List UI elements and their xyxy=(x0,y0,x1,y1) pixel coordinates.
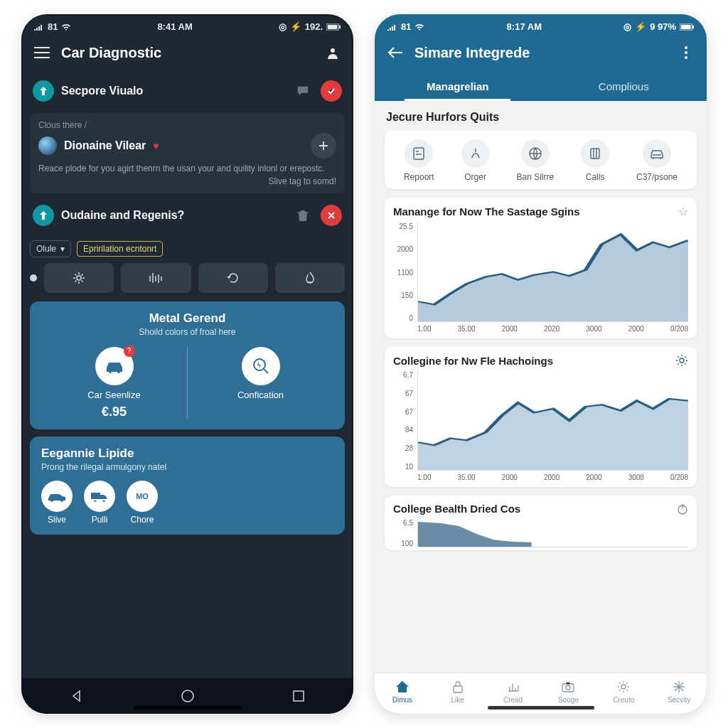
signal-icon xyxy=(387,23,397,31)
indicator-dot xyxy=(30,274,37,282)
chevron-down-icon: ▾ xyxy=(60,244,65,254)
close-icon[interactable] xyxy=(321,205,342,226)
col2-label: Confication xyxy=(237,390,284,400)
svg-point-14 xyxy=(680,358,684,363)
chat-mo-icon: MO xyxy=(127,481,158,512)
profile-card: Clous there / Dionaine Vilear ♥ Reace pl… xyxy=(30,113,345,193)
svg-point-18 xyxy=(566,685,570,690)
chart-card-1[interactable]: Manange for Now The Sastage Sgins ☆ 25.5… xyxy=(385,198,697,338)
menu-icon[interactable] xyxy=(31,42,53,63)
profile-desc: Reace plode for you agirt thenrn the usa… xyxy=(38,163,336,175)
report-icon xyxy=(405,139,433,168)
tab-complious[interactable]: Complious xyxy=(541,73,707,101)
tab-bar: Managrelian Complious xyxy=(375,73,707,101)
signal-icon xyxy=(34,23,44,31)
chat-icon[interactable] xyxy=(292,80,314,102)
tool-gear-icon[interactable] xyxy=(44,263,114,293)
arrow-up-icon xyxy=(33,80,54,102)
filter-row: Olule ▾ Epririlation ecntonrt xyxy=(30,240,345,257)
nav-back-icon[interactable] xyxy=(70,690,83,702)
bn-dimus[interactable]: Dimus xyxy=(375,679,430,704)
chart2-title: Collegine for Nw Fle Hachoings xyxy=(393,355,553,367)
avatar[interactable] xyxy=(38,136,57,155)
phone-light: 81 8:17 AM ◎ ⚡ 9 97% Simare Integrede xyxy=(375,14,707,714)
truck-icon xyxy=(84,481,115,512)
lipide-item-1[interactable]: Slive xyxy=(41,481,73,525)
lipide-item-2[interactable]: Pulli xyxy=(84,481,115,525)
content-area: Jecure Hurfors Quits Repoort Orger Ban S… xyxy=(375,101,707,673)
chip-filter[interactable]: Epririlation ecntonrt xyxy=(77,241,163,257)
profile-desc2: Slive tag to somd! xyxy=(38,176,336,186)
metal-col-1[interactable]: ? Car Seenlize €.95 xyxy=(41,347,187,419)
list-row-1[interactable]: Secpore Viualo xyxy=(30,73,345,109)
status-time: 8:41 AM xyxy=(157,21,192,32)
list-row-2[interactable]: Oudaine and Regenis? xyxy=(30,198,345,233)
metal-col-2[interactable]: Confication xyxy=(187,347,333,419)
chart-card-3[interactable]: College Bealth Dried Cos 6.5 100 xyxy=(385,496,697,550)
svg-point-4 xyxy=(77,276,81,280)
select-dropdown[interactable]: Olule ▾ xyxy=(30,240,71,257)
action-calls[interactable]: Calls xyxy=(581,139,609,182)
lipide-item-3[interactable]: MO Chore xyxy=(127,481,158,525)
back-icon[interactable] xyxy=(385,42,406,63)
arrow-up-icon xyxy=(33,205,54,226)
close-icon[interactable] xyxy=(321,80,342,102)
chart3-yaxis: 6.5 100 xyxy=(393,519,417,547)
bn-secvity[interactable]: Secvity xyxy=(651,679,707,704)
add-icon[interactable] xyxy=(311,133,336,159)
chart2-plot xyxy=(417,371,688,471)
svg-rect-9 xyxy=(681,24,691,28)
gear-icon[interactable] xyxy=(675,354,688,367)
trash-icon[interactable] xyxy=(292,205,314,226)
app-title: Car Diagnostic xyxy=(61,45,314,61)
breadcrumb: Clous there / xyxy=(38,120,336,130)
row1-title: Secpore Viualo xyxy=(61,85,285,97)
battery-icon xyxy=(326,23,341,31)
action-label: Ban Silrre xyxy=(516,172,554,182)
heart-icon[interactable]: ♥ xyxy=(153,140,159,151)
status-batt: 9 97% xyxy=(650,21,676,32)
action-orger[interactable]: Orger xyxy=(461,139,490,182)
nav-home-icon[interactable] xyxy=(181,689,195,703)
bn-sooge[interactable]: Sooge xyxy=(540,679,596,704)
action-row: Repoort Orger Ban Silrre Calls C37/psone xyxy=(385,131,697,189)
tab-managrelian[interactable]: Managrelian xyxy=(375,73,541,101)
user-icon[interactable] xyxy=(322,42,343,63)
tool-wave-icon[interactable] xyxy=(121,263,191,293)
svg-rect-2 xyxy=(339,25,341,28)
bolt-icon: ⚡ xyxy=(290,21,301,32)
tool-flame-icon[interactable] xyxy=(275,263,345,293)
kebab-icon[interactable] xyxy=(675,42,697,63)
car-side-icon xyxy=(41,481,73,512)
row2-title: Oudaine and Regenis? xyxy=(61,209,285,222)
chart-card-2[interactable]: Collegine for Nw Fle Hachoings 6.7 67 67… xyxy=(385,347,697,487)
status-bar: 81 8:17 AM ◎ ⚡ 9 97% xyxy=(375,14,707,36)
phone-dark: 81 8:41 AM ◎ ⚡ 192. Car Diagnostic xyxy=(21,14,353,714)
topbar-wrap: 81 8:17 AM ◎ ⚡ 9 97% Simare Integrede xyxy=(375,14,707,101)
action-report[interactable]: Repoort xyxy=(404,139,434,182)
tool-refresh-icon[interactable] xyxy=(198,263,268,293)
bn-creuto[interactable]: Creuto xyxy=(596,679,651,704)
wifi-icon xyxy=(414,23,424,31)
app-bar: Simare Integrede xyxy=(375,36,707,73)
target-icon: ◎ xyxy=(623,21,631,32)
chart1-xaxis: 1.00 35.00 2000 2020 3000 2000 0/208 xyxy=(417,325,688,333)
chart-icon xyxy=(505,679,521,695)
camera-icon xyxy=(560,679,576,695)
chart1-plot xyxy=(417,223,688,322)
action-label: Orger xyxy=(464,172,486,182)
home-icon xyxy=(395,679,410,695)
star-icon[interactable]: ☆ xyxy=(678,205,688,218)
sparkle-icon xyxy=(671,679,687,695)
action-c37[interactable]: C37/psone xyxy=(636,139,678,182)
lock-icon xyxy=(450,679,466,695)
target-icon: ◎ xyxy=(279,21,287,32)
svg-point-19 xyxy=(621,685,626,689)
nav-recent-icon[interactable] xyxy=(293,690,304,702)
metal-sub: Shoild colors of froal here xyxy=(41,327,333,337)
action-label: C37/psone xyxy=(636,172,678,182)
action-ban[interactable]: Ban Silrre xyxy=(516,139,554,182)
bn-like[interactable]: Like xyxy=(430,679,486,704)
bn-cread[interactable]: Cread xyxy=(486,679,541,704)
power-icon[interactable] xyxy=(677,503,688,515)
